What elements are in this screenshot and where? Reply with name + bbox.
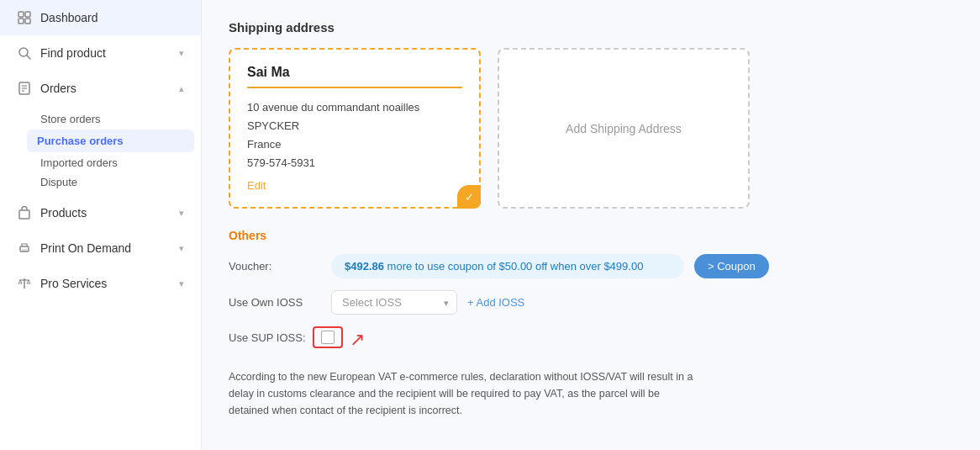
ioss-select-wrapper: Select IOSS (331, 290, 457, 315)
sidebar-item-label: Pro Services (40, 277, 107, 290)
sup-ioss-checkbox[interactable] (321, 331, 335, 344)
selected-check-badge: ✓ (457, 185, 481, 209)
chevron-down-icon: ▾ (179, 48, 184, 59)
sidebar-item-print-on-demand[interactable]: Print On Demand ▾ (0, 230, 201, 266)
shipping-section-title: Shipping address (229, 20, 953, 34)
notice-content: According to the new European VAT e-comm… (229, 371, 693, 416)
sidebar-item-products[interactable]: Products ▾ (0, 195, 201, 230)
main-content: Shipping address Sai Ma 10 avenue du com… (202, 0, 980, 450)
sup-ioss-label: Use SUP IOSS: (229, 331, 306, 344)
sidebar-sub-store-orders[interactable]: Store orders (0, 109, 201, 129)
ioss-select[interactable]: Select IOSS (331, 290, 457, 315)
voucher-amount: $492.86 (345, 260, 384, 273)
svg-rect-10 (19, 210, 29, 219)
sidebar-item-label: Products (40, 206, 87, 220)
add-address-label: Add Shipping Address (566, 122, 682, 135)
chevron-down-icon: ▾ (179, 278, 184, 289)
address-line1: 10 avenue du commandant noailles (247, 98, 462, 117)
address-line3: France (247, 135, 462, 154)
selected-address-card: Sai Ma 10 avenue du commandant noailles … (229, 48, 481, 209)
address-line2: SPYCKER (247, 117, 462, 135)
add-shipping-address-card[interactable]: Add Shipping Address (498, 48, 750, 209)
coupon-button[interactable]: > Coupon (694, 254, 769, 278)
sidebar-item-orders[interactable]: Orders ▴ (0, 71, 201, 106)
ioss-label: Use Own IOSS (229, 296, 321, 309)
address-name: Sai Ma (247, 65, 462, 88)
svg-line-5 (27, 56, 30, 59)
svg-rect-0 (18, 12, 24, 17)
sup-ioss-area: Use SUP IOSS: ↗ (229, 326, 953, 358)
print-icon (17, 241, 32, 256)
sidebar-item-label: Dashboard (40, 11, 98, 24)
others-section: Others Voucher: $492.86 more to use coup… (229, 229, 953, 419)
edit-address-link[interactable]: Edit (247, 179, 266, 192)
notice-text: According to the new European VAT e-comm… (229, 368, 699, 419)
sidebar-item-label: Orders (40, 82, 76, 95)
svg-rect-1 (25, 12, 30, 17)
voucher-text: more to use coupon of $50.00 off when ov… (384, 260, 643, 273)
address-cards: Sai Ma 10 avenue du commandant noailles … (229, 48, 953, 209)
voucher-label: Voucher: (229, 260, 321, 273)
chevron-down-icon: ▾ (179, 243, 184, 254)
svg-rect-2 (18, 19, 24, 24)
sidebar: Dashboard Find product ▾ Orders ▴ Store … (0, 0, 202, 450)
sidebar-item-label: Print On Demand (40, 241, 131, 255)
address-phone: 579-574-5931 (247, 154, 462, 172)
sidebar-sub-imported-orders[interactable]: Imported orders (0, 153, 201, 172)
sidebar-item-dashboard[interactable]: Dashboard (0, 0, 201, 35)
voucher-row: Voucher: $492.86 more to use coupon of $… (229, 254, 953, 278)
svg-rect-12 (22, 249, 27, 251)
ioss-row: Use Own IOSS Select IOSS + Add IOSS (229, 290, 953, 315)
svg-rect-3 (25, 19, 30, 24)
sidebar-item-find-product[interactable]: Find product ▾ (0, 35, 201, 71)
red-arrow-icon: ↗ (350, 332, 365, 347)
sidebar-sub-purchase-orders[interactable]: Purchase orders (27, 130, 194, 152)
sup-ioss-row: Use SUP IOSS: ↗ (229, 326, 365, 348)
grid-icon (17, 10, 32, 25)
balance-icon (17, 276, 32, 291)
sidebar-sub-dispute[interactable]: Dispute (0, 172, 201, 192)
add-ioss-link[interactable]: + Add IOSS (467, 296, 524, 309)
chevron-up-icon: ▴ (179, 83, 184, 94)
box-icon (17, 205, 32, 220)
sidebar-item-pro-services[interactable]: Pro Services ▾ (0, 266, 201, 301)
search-icon (17, 45, 32, 61)
orders-subitems: Store orders Purchase orders Imported or… (0, 106, 201, 195)
sup-ioss-box (313, 326, 343, 348)
chevron-down-icon: ▾ (179, 208, 184, 219)
voucher-box: $492.86 more to use coupon of $50.00 off… (331, 254, 684, 278)
others-title: Others (229, 229, 953, 242)
sidebar-item-label: Find product (40, 46, 106, 60)
orders-icon (17, 81, 32, 96)
